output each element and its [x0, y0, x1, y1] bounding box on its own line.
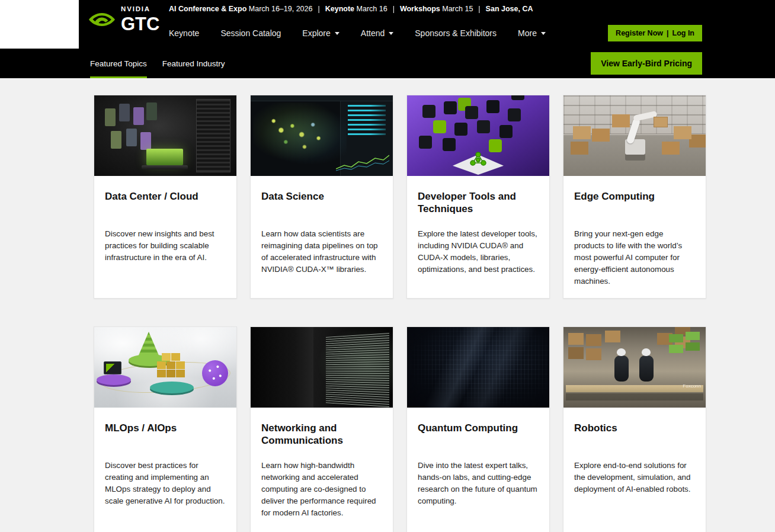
- green-bins-graphic: [686, 332, 700, 340]
- register-login-divider: |: [663, 29, 672, 37]
- card-body: Data Center / Cloud Discover new insight…: [94, 176, 236, 274]
- image-watermark: Foxconn: [683, 383, 701, 389]
- molecule-graphic: [468, 150, 488, 168]
- gold-cubes-graphic: [157, 361, 166, 369]
- announcement-label: Keynote: [325, 5, 354, 13]
- early-bird-pricing-button[interactable]: View Early-Bird Pricing: [591, 52, 702, 75]
- logo-brand: NVIDIA: [121, 6, 159, 13]
- humanoid-robot-graphic: [614, 355, 629, 382]
- rack-cabinet-graphic: [251, 327, 313, 408]
- chevron-down-icon: [541, 32, 546, 35]
- card-body: Edge Computing Bring your next-gen edge …: [563, 176, 706, 298]
- edge-computing-image: [563, 95, 706, 176]
- announcement-separator: |: [478, 5, 480, 13]
- card-description: Learn how high-bandwidth networking and …: [261, 460, 382, 519]
- card-body: MLOps / AIOps Discover best practices fo…: [94, 408, 236, 518]
- topic-card-quantum[interactable]: Quantum Computing Dive into the latest e…: [406, 326, 550, 532]
- card-description: Discover best practices for creating and…: [105, 460, 226, 507]
- nav-item-more[interactable]: More: [518, 28, 546, 38]
- nav-item-attend[interactable]: Attend: [361, 28, 393, 38]
- screen-tiles-graphic: [105, 108, 116, 126]
- announcement-separator: |: [393, 5, 395, 13]
- held-box-graphic: [654, 117, 668, 127]
- nav-item-label: Keynote: [169, 28, 199, 38]
- light-streak-graphic: [407, 327, 549, 408]
- announcement-item: San Jose, CA: [486, 5, 533, 13]
- card-body: Networking and Communications Learn how …: [251, 408, 393, 530]
- card-description: Dive into the latest expert talks, hands…: [418, 460, 539, 507]
- topic-card-grid: Data Center / Cloud Discover new insight…: [94, 95, 706, 532]
- register-label: Register Now: [616, 29, 663, 37]
- register-login-button[interactable]: Register Now|Log In: [608, 25, 702, 41]
- networking-image: [251, 327, 393, 408]
- nav-item-sponsors-exhibitors[interactable]: Sponsors & Exhibitors: [415, 28, 497, 38]
- nav-item-keynote[interactable]: Keynote: [169, 28, 199, 38]
- laptop-graphic: [146, 149, 183, 165]
- mlops-image: [94, 327, 236, 408]
- topic-card-developer-tools[interactable]: Developer Tools and Techniques Explore t…: [406, 95, 550, 299]
- nav-item-label: Attend: [361, 28, 385, 38]
- purple-disc-graphic: [97, 374, 131, 385]
- secondary-nav: Featured Topics Featured Industry View E…: [0, 49, 775, 78]
- topic-card-robotics[interactable]: Foxconn Robotics Explore end-to-end solu…: [563, 326, 706, 532]
- dashboard-header-graphic: [251, 95, 393, 101]
- topic-card-edge-computing[interactable]: Edge Computing Bring your next-gen edge …: [563, 95, 706, 299]
- topic-card-data-center[interactable]: Data Center / Cloud Discover new insight…: [94, 95, 237, 299]
- announcement-separator: |: [318, 5, 319, 13]
- logo-product: GTC: [121, 15, 159, 33]
- announcement-detail: March 15: [442, 5, 473, 13]
- card-description: Explore the latest developer tools, incl…: [418, 228, 539, 275]
- cardboard-boxes-graphic: [573, 126, 591, 139]
- card-body: Data Science Learn how data scientists a…: [251, 176, 393, 286]
- card-description: Bring your next-gen edge products to lif…: [574, 228, 695, 287]
- tab-featured-industry[interactable]: Featured Industry: [162, 49, 225, 78]
- announcement-item: AI Conference & Expo March 16–19, 2026: [169, 5, 312, 13]
- topic-card-networking[interactable]: Networking and Communications Learn how …: [250, 326, 393, 532]
- announcement-label: San Jose, CA: [486, 5, 533, 13]
- card-title: Networking and Communications: [261, 422, 382, 460]
- announcement-detail: March 16–19, 2026: [249, 5, 313, 13]
- nvidia-gtc-logo[interactable]: NVIDIA GTC: [88, 6, 159, 33]
- announcement-detail: March 16: [357, 5, 388, 13]
- data-map-graphic: [253, 102, 347, 164]
- tab-label: Featured Topics: [90, 59, 147, 68]
- floating-cubes-graphic: [422, 105, 435, 118]
- card-title: Edge Computing: [574, 191, 695, 228]
- data-center-image: [94, 95, 236, 176]
- chevron-down-icon: [389, 32, 393, 35]
- card-title: Quantum Computing: [418, 422, 539, 460]
- announcement-bar: AI Conference & Expo March 16–19, 2026 |…: [79, 0, 775, 18]
- line-chart-graphic: [336, 152, 389, 172]
- card-body: Quantum Computing Dive into the latest e…: [407, 408, 549, 518]
- topic-card-mlops[interactable]: MLOps / AIOps Discover best practices fo…: [94, 326, 237, 532]
- nav-item-explore[interactable]: Explore: [302, 28, 339, 38]
- teal-disc-graphic: [150, 382, 194, 393]
- robotics-image: Foxconn: [563, 327, 706, 408]
- tab-featured-topics[interactable]: Featured Topics: [90, 49, 147, 78]
- announcement-label: AI Conference & Expo: [169, 5, 246, 13]
- tab-label: Featured Industry: [162, 59, 225, 68]
- card-description: Discover new insights and best practices…: [105, 228, 226, 264]
- warehouse-boxes-graphic: [568, 333, 584, 345]
- network-sphere-graphic: [202, 360, 228, 386]
- card-title: Data Center / Cloud: [105, 191, 226, 228]
- nav-item-label: Session Catalog: [220, 28, 281, 38]
- nvidia-eye-icon: [88, 10, 116, 29]
- nav-item-session-catalog[interactable]: Session Catalog: [220, 28, 281, 38]
- glow-overlay-graphic: [308, 327, 393, 408]
- server-rack-graphic: [196, 99, 230, 172]
- logo-text: NVIDIA GTC: [121, 6, 159, 33]
- header-region: AI Conference & Expo March 16–19, 2026 |…: [0, 0, 775, 49]
- card-title: MLOps / AIOps: [105, 422, 226, 460]
- developer-tools-image: [407, 95, 549, 176]
- header-bar: AI Conference & Expo March 16–19, 2026 |…: [79, 0, 775, 49]
- card-body: Robotics Explore end-to-end solutions fo…: [563, 408, 706, 506]
- quantum-computing-image: [407, 327, 549, 408]
- announcement-item: Workshops March 15: [400, 5, 473, 13]
- spiral-cone-graphic: [138, 332, 159, 357]
- login-label: Log In: [672, 29, 695, 37]
- card-description: Explore end-to-end solutions for the dev…: [574, 460, 695, 495]
- nav-item-label: Explore: [302, 28, 330, 38]
- topic-card-data-science[interactable]: Data Science Learn how data scientists a…: [250, 95, 393, 299]
- announcement-item: Keynote March 16: [325, 5, 388, 13]
